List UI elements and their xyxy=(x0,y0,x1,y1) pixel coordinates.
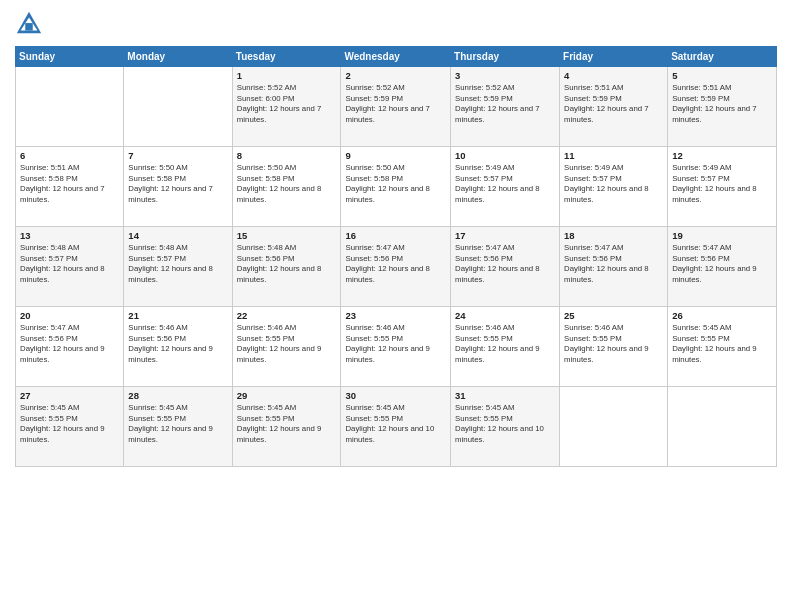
col-wednesday: Wednesday xyxy=(341,47,451,67)
day-cell: 6Sunrise: 5:51 AM Sunset: 5:58 PM Daylig… xyxy=(16,147,124,227)
day-number: 22 xyxy=(237,310,337,321)
day-cell: 3Sunrise: 5:52 AM Sunset: 5:59 PM Daylig… xyxy=(451,67,560,147)
day-number: 3 xyxy=(455,70,555,81)
day-number: 5 xyxy=(672,70,772,81)
header-row: Sunday Monday Tuesday Wednesday Thursday… xyxy=(16,47,777,67)
day-number: 7 xyxy=(128,150,227,161)
day-number: 25 xyxy=(564,310,663,321)
day-info: Sunrise: 5:47 AM Sunset: 5:56 PM Dayligh… xyxy=(455,243,555,285)
day-number: 8 xyxy=(237,150,337,161)
day-info: Sunrise: 5:48 AM Sunset: 5:57 PM Dayligh… xyxy=(20,243,119,285)
day-cell: 31Sunrise: 5:45 AM Sunset: 5:55 PM Dayli… xyxy=(451,387,560,467)
day-number: 12 xyxy=(672,150,772,161)
day-cell: 26Sunrise: 5:45 AM Sunset: 5:55 PM Dayli… xyxy=(668,307,777,387)
day-cell: 1Sunrise: 5:52 AM Sunset: 6:00 PM Daylig… xyxy=(232,67,341,147)
day-number: 17 xyxy=(455,230,555,241)
day-cell: 15Sunrise: 5:48 AM Sunset: 5:56 PM Dayli… xyxy=(232,227,341,307)
col-friday: Friday xyxy=(560,47,668,67)
col-sunday: Sunday xyxy=(16,47,124,67)
day-info: Sunrise: 5:50 AM Sunset: 5:58 PM Dayligh… xyxy=(128,163,227,205)
day-info: Sunrise: 5:45 AM Sunset: 5:55 PM Dayligh… xyxy=(672,323,772,365)
day-cell: 8Sunrise: 5:50 AM Sunset: 5:58 PM Daylig… xyxy=(232,147,341,227)
day-info: Sunrise: 5:46 AM Sunset: 5:55 PM Dayligh… xyxy=(237,323,337,365)
day-number: 27 xyxy=(20,390,119,401)
day-info: Sunrise: 5:52 AM Sunset: 6:00 PM Dayligh… xyxy=(237,83,337,125)
day-cell: 11Sunrise: 5:49 AM Sunset: 5:57 PM Dayli… xyxy=(560,147,668,227)
day-info: Sunrise: 5:45 AM Sunset: 5:55 PM Dayligh… xyxy=(455,403,555,445)
day-number: 31 xyxy=(455,390,555,401)
day-number: 24 xyxy=(455,310,555,321)
day-cell: 12Sunrise: 5:49 AM Sunset: 5:57 PM Dayli… xyxy=(668,147,777,227)
day-number: 1 xyxy=(237,70,337,81)
day-cell: 9Sunrise: 5:50 AM Sunset: 5:58 PM Daylig… xyxy=(341,147,451,227)
day-info: Sunrise: 5:51 AM Sunset: 5:58 PM Dayligh… xyxy=(20,163,119,205)
day-info: Sunrise: 5:46 AM Sunset: 5:56 PM Dayligh… xyxy=(128,323,227,365)
day-number: 20 xyxy=(20,310,119,321)
logo xyxy=(15,10,47,38)
day-number: 4 xyxy=(564,70,663,81)
day-cell: 29Sunrise: 5:45 AM Sunset: 5:55 PM Dayli… xyxy=(232,387,341,467)
day-info: Sunrise: 5:47 AM Sunset: 5:56 PM Dayligh… xyxy=(20,323,119,365)
day-cell xyxy=(16,67,124,147)
day-info: Sunrise: 5:45 AM Sunset: 5:55 PM Dayligh… xyxy=(128,403,227,445)
day-cell: 19Sunrise: 5:47 AM Sunset: 5:56 PM Dayli… xyxy=(668,227,777,307)
day-info: Sunrise: 5:51 AM Sunset: 5:59 PM Dayligh… xyxy=(672,83,772,125)
day-cell: 27Sunrise: 5:45 AM Sunset: 5:55 PM Dayli… xyxy=(16,387,124,467)
week-row-1: 1Sunrise: 5:52 AM Sunset: 6:00 PM Daylig… xyxy=(16,67,777,147)
day-number: 18 xyxy=(564,230,663,241)
day-number: 11 xyxy=(564,150,663,161)
day-cell: 5Sunrise: 5:51 AM Sunset: 5:59 PM Daylig… xyxy=(668,67,777,147)
day-number: 30 xyxy=(345,390,446,401)
day-info: Sunrise: 5:52 AM Sunset: 5:59 PM Dayligh… xyxy=(455,83,555,125)
day-cell: 24Sunrise: 5:46 AM Sunset: 5:55 PM Dayli… xyxy=(451,307,560,387)
logo-icon xyxy=(15,10,43,38)
day-number: 9 xyxy=(345,150,446,161)
day-cell: 30Sunrise: 5:45 AM Sunset: 5:55 PM Dayli… xyxy=(341,387,451,467)
day-info: Sunrise: 5:46 AM Sunset: 5:55 PM Dayligh… xyxy=(455,323,555,365)
day-info: Sunrise: 5:45 AM Sunset: 5:55 PM Dayligh… xyxy=(345,403,446,445)
day-info: Sunrise: 5:50 AM Sunset: 5:58 PM Dayligh… xyxy=(237,163,337,205)
day-cell: 18Sunrise: 5:47 AM Sunset: 5:56 PM Dayli… xyxy=(560,227,668,307)
day-number: 21 xyxy=(128,310,227,321)
day-cell: 10Sunrise: 5:49 AM Sunset: 5:57 PM Dayli… xyxy=(451,147,560,227)
day-number: 14 xyxy=(128,230,227,241)
week-row-5: 27Sunrise: 5:45 AM Sunset: 5:55 PM Dayli… xyxy=(16,387,777,467)
day-number: 10 xyxy=(455,150,555,161)
day-info: Sunrise: 5:46 AM Sunset: 5:55 PM Dayligh… xyxy=(564,323,663,365)
day-cell: 22Sunrise: 5:46 AM Sunset: 5:55 PM Dayli… xyxy=(232,307,341,387)
day-number: 2 xyxy=(345,70,446,81)
day-cell: 20Sunrise: 5:47 AM Sunset: 5:56 PM Dayli… xyxy=(16,307,124,387)
svg-rect-2 xyxy=(25,23,32,30)
week-row-4: 20Sunrise: 5:47 AM Sunset: 5:56 PM Dayli… xyxy=(16,307,777,387)
day-number: 15 xyxy=(237,230,337,241)
day-cell: 25Sunrise: 5:46 AM Sunset: 5:55 PM Dayli… xyxy=(560,307,668,387)
day-number: 29 xyxy=(237,390,337,401)
day-number: 28 xyxy=(128,390,227,401)
day-info: Sunrise: 5:49 AM Sunset: 5:57 PM Dayligh… xyxy=(455,163,555,205)
day-number: 23 xyxy=(345,310,446,321)
page: Sunday Monday Tuesday Wednesday Thursday… xyxy=(0,0,792,612)
day-info: Sunrise: 5:47 AM Sunset: 5:56 PM Dayligh… xyxy=(672,243,772,285)
day-cell xyxy=(560,387,668,467)
day-number: 26 xyxy=(672,310,772,321)
day-cell: 21Sunrise: 5:46 AM Sunset: 5:56 PM Dayli… xyxy=(124,307,232,387)
col-saturday: Saturday xyxy=(668,47,777,67)
day-number: 13 xyxy=(20,230,119,241)
day-cell: 17Sunrise: 5:47 AM Sunset: 5:56 PM Dayli… xyxy=(451,227,560,307)
day-number: 19 xyxy=(672,230,772,241)
day-info: Sunrise: 5:52 AM Sunset: 5:59 PM Dayligh… xyxy=(345,83,446,125)
day-cell: 2Sunrise: 5:52 AM Sunset: 5:59 PM Daylig… xyxy=(341,67,451,147)
day-cell xyxy=(668,387,777,467)
week-row-2: 6Sunrise: 5:51 AM Sunset: 5:58 PM Daylig… xyxy=(16,147,777,227)
day-info: Sunrise: 5:51 AM Sunset: 5:59 PM Dayligh… xyxy=(564,83,663,125)
day-info: Sunrise: 5:48 AM Sunset: 5:56 PM Dayligh… xyxy=(237,243,337,285)
day-info: Sunrise: 5:47 AM Sunset: 5:56 PM Dayligh… xyxy=(345,243,446,285)
day-info: Sunrise: 5:49 AM Sunset: 5:57 PM Dayligh… xyxy=(564,163,663,205)
week-row-3: 13Sunrise: 5:48 AM Sunset: 5:57 PM Dayli… xyxy=(16,227,777,307)
col-thursday: Thursday xyxy=(451,47,560,67)
day-cell: 4Sunrise: 5:51 AM Sunset: 5:59 PM Daylig… xyxy=(560,67,668,147)
day-number: 16 xyxy=(345,230,446,241)
day-cell xyxy=(124,67,232,147)
day-info: Sunrise: 5:45 AM Sunset: 5:55 PM Dayligh… xyxy=(20,403,119,445)
day-cell: 28Sunrise: 5:45 AM Sunset: 5:55 PM Dayli… xyxy=(124,387,232,467)
